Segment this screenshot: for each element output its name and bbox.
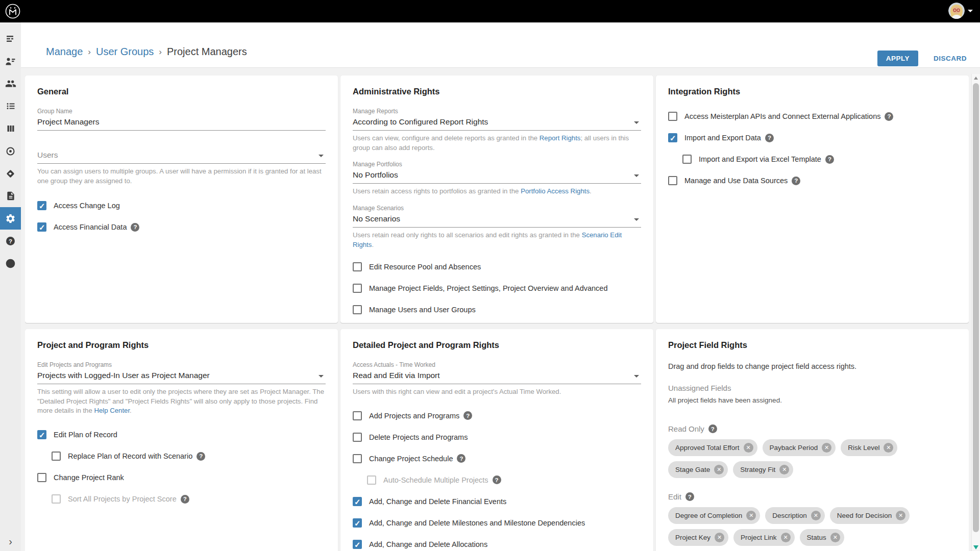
checkbox-row[interactable]: Sort All Projects by Project Score ? bbox=[52, 494, 326, 504]
users-field[interactable]: Users You can assign users to multiple g… bbox=[37, 148, 326, 186]
sidebar-item-reports[interactable] bbox=[0, 185, 21, 207]
remove-chip-icon[interactable]: ✕ bbox=[822, 443, 831, 453]
checkbox[interactable] bbox=[37, 201, 46, 210]
help-icon[interactable]: ? bbox=[493, 475, 501, 484]
remove-chip-icon[interactable]: ✕ bbox=[715, 533, 724, 542]
sidebar-item-help[interactable]: ? bbox=[0, 230, 21, 252]
scrollbar-thumb[interactable] bbox=[973, 83, 979, 532]
manage-reports-select[interactable]: According to Configured Report Rights bbox=[353, 115, 641, 131]
field-chip[interactable]: Strategy Fit✕ bbox=[733, 461, 793, 478]
checkbox[interactable] bbox=[353, 540, 362, 549]
sidebar-item-settings[interactable] bbox=[0, 207, 21, 230]
sidebar-item-project-list[interactable] bbox=[0, 95, 21, 117]
field-chip[interactable]: Degree of Completion✕ bbox=[668, 507, 760, 524]
help-icon[interactable]: ? bbox=[131, 223, 139, 232]
checkbox-row[interactable]: Access Change Log bbox=[37, 201, 326, 210]
scroll-down-arrow-icon[interactable] bbox=[973, 545, 978, 549]
scroll-up-arrow-icon[interactable] bbox=[974, 77, 978, 80]
meisterplan-logo[interactable] bbox=[4, 3, 21, 20]
report-rights-link[interactable]: Report Rights bbox=[540, 134, 581, 142]
checkbox-row[interactable]: Manage Project Fields, Project Settings,… bbox=[353, 284, 641, 293]
checkbox[interactable] bbox=[353, 497, 362, 506]
group-name-input[interactable]: Project Managers bbox=[37, 115, 326, 131]
portfolio-access-rights-link[interactable]: Portfolio Access Rights bbox=[521, 187, 590, 195]
remove-chip-icon[interactable]: ✕ bbox=[830, 533, 840, 542]
checkbox-row[interactable]: Add, Change and Delete Allocations bbox=[353, 540, 641, 549]
checkbox-row[interactable]: Edit Plan of Record bbox=[37, 430, 326, 439]
checkbox[interactable] bbox=[52, 452, 61, 461]
remove-chip-icon[interactable]: ✕ bbox=[896, 511, 905, 520]
checkbox-row[interactable]: Change Project Schedule ? bbox=[353, 454, 641, 463]
checkbox-row[interactable]: Edit Resource Pool and Absences bbox=[353, 262, 641, 271]
checkbox-row[interactable]: Add, Change and Delete Financial Events bbox=[353, 497, 641, 506]
field-chip[interactable]: Risk Level✕ bbox=[841, 439, 897, 456]
help-icon[interactable]: ? bbox=[825, 155, 834, 164]
field-chip[interactable]: Need for Decision✕ bbox=[830, 507, 910, 524]
checkbox-row[interactable]: Manage and Use Data Sources ? bbox=[668, 176, 957, 185]
sidebar-item-explore[interactable] bbox=[0, 252, 21, 274]
checkbox[interactable] bbox=[367, 475, 376, 485]
checkbox[interactable] bbox=[37, 473, 46, 482]
sidebar-item-board[interactable] bbox=[0, 117, 21, 140]
field-chip[interactable]: Payback Period✕ bbox=[763, 439, 836, 456]
checkbox[interactable] bbox=[353, 518, 362, 528]
checkbox-row[interactable]: Access Financial Data ? bbox=[37, 222, 326, 232]
checkbox[interactable] bbox=[682, 155, 692, 164]
users-select[interactable]: Users bbox=[37, 148, 326, 164]
sidebar-item-portfolio-designer[interactable] bbox=[0, 28, 21, 50]
field-chip[interactable]: Stage Gate✕ bbox=[668, 461, 728, 478]
apply-button[interactable]: APPLY bbox=[877, 51, 918, 66]
manage-scenarios-select[interactable]: No Scenarios bbox=[353, 212, 641, 228]
field-chip[interactable]: Project Link✕ bbox=[733, 529, 795, 546]
help-icon[interactable]: ? bbox=[885, 112, 893, 121]
checkbox[interactable] bbox=[353, 433, 362, 442]
remove-chip-icon[interactable]: ✕ bbox=[781, 533, 791, 542]
user-avatar[interactable] bbox=[948, 3, 965, 19]
checkbox[interactable] bbox=[668, 176, 677, 185]
remove-chip-icon[interactable]: ✕ bbox=[744, 443, 753, 453]
help-icon[interactable]: ? bbox=[181, 495, 189, 504]
help-icon[interactable]: ? bbox=[463, 411, 472, 420]
edit-projects-select[interactable]: Projects with Logged-In User as Project … bbox=[37, 368, 326, 384]
remove-chip-icon[interactable]: ✕ bbox=[779, 465, 789, 474]
checkbox[interactable] bbox=[37, 222, 46, 232]
checkbox-row[interactable]: Import and Export via Excel Template ? bbox=[682, 155, 957, 164]
help-icon[interactable]: ? bbox=[685, 492, 694, 501]
field-chip[interactable]: Description✕ bbox=[765, 507, 825, 524]
checkbox-row[interactable]: Add Projects and Programs ? bbox=[353, 411, 641, 420]
checkbox[interactable] bbox=[668, 133, 677, 142]
checkbox-row[interactable]: Manage Users and User Groups bbox=[353, 305, 641, 314]
checkbox[interactable] bbox=[353, 284, 362, 293]
field-chip[interactable]: Approved Total Effort✕ bbox=[668, 439, 757, 456]
help-icon[interactable]: ? bbox=[765, 134, 774, 142]
discard-button[interactable]: DISCARD bbox=[932, 55, 969, 62]
field-chip[interactable]: Status✕ bbox=[800, 529, 844, 546]
sidebar-item-team-planner[interactable] bbox=[0, 50, 21, 72]
checkbox-row[interactable]: Auto-Schedule Multiple Projects ? bbox=[367, 475, 641, 485]
sidebar-item-roadmap[interactable] bbox=[0, 162, 21, 185]
checkbox-row[interactable]: Delete Projects and Programs bbox=[353, 433, 641, 442]
vertical-scrollbar[interactable] bbox=[971, 74, 980, 551]
sidebar-item-resource-pool[interactable] bbox=[0, 72, 21, 95]
sidebar-item-goals[interactable] bbox=[0, 140, 21, 162]
checkbox-row[interactable]: Change Project Rank bbox=[37, 473, 326, 482]
access-actuals-select[interactable]: Read and Edit via Import bbox=[353, 368, 641, 384]
checkbox[interactable] bbox=[353, 454, 362, 463]
remove-chip-icon[interactable]: ✕ bbox=[746, 511, 756, 520]
remove-chip-icon[interactable]: ✕ bbox=[811, 511, 821, 520]
account-menu[interactable] bbox=[948, 3, 973, 19]
help-icon[interactable]: ? bbox=[708, 424, 717, 433]
field-chip[interactable]: Project Key✕ bbox=[668, 529, 728, 546]
expand-sidebar-icon[interactable]: › bbox=[0, 534, 21, 549]
help-icon[interactable]: ? bbox=[197, 452, 205, 461]
checkbox[interactable] bbox=[52, 494, 61, 504]
checkbox-row[interactable]: Access Meisterplan APIs and Connect Exte… bbox=[668, 112, 957, 121]
help-icon[interactable]: ? bbox=[457, 454, 465, 463]
remove-chip-icon[interactable]: ✕ bbox=[884, 443, 893, 453]
checkbox-row[interactable]: Replace Plan of Record with Scenario ? bbox=[52, 452, 326, 461]
help-center-link[interactable]: Help Center bbox=[94, 407, 130, 414]
checkbox[interactable] bbox=[353, 305, 362, 314]
breadcrumb-user-groups[interactable]: User Groups bbox=[96, 46, 154, 58]
checkbox[interactable] bbox=[37, 430, 46, 439]
remove-chip-icon[interactable]: ✕ bbox=[714, 465, 724, 474]
